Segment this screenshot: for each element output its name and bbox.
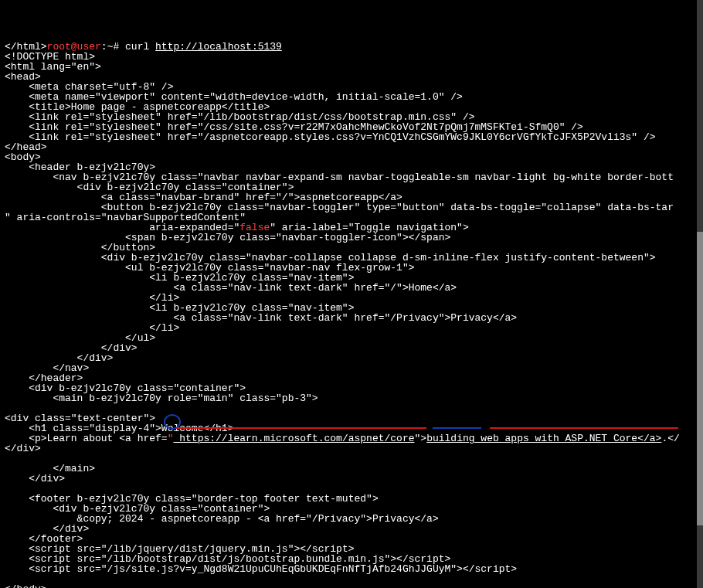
out-line: <main b-ezjv2lc70y role="main" class="pb… bbox=[5, 393, 318, 404]
prompt-sep: :~# bbox=[101, 41, 125, 53]
out-line: </div> bbox=[5, 443, 41, 454]
out-line: </body> bbox=[5, 583, 47, 588]
command-text: curl bbox=[125, 41, 155, 53]
out-line: <link rel="stylesheet" href="/aspnetcore… bbox=[5, 131, 656, 143]
out-line: "> bbox=[415, 433, 427, 444]
out-line: <script src="/js/site.js?v=y_Ngd8W21UpuC… bbox=[5, 563, 493, 575]
out-link-text: building web apps with ASP.NET Core</a> bbox=[426, 433, 661, 444]
out-url: https://learn.microsoft.com/aspnet/core bbox=[173, 433, 414, 444]
out-line: .</ bbox=[661, 433, 679, 444]
out-line: </div> bbox=[5, 473, 65, 484]
curl-url: http://localhost:5139 bbox=[155, 41, 282, 53]
scrollbar-thumb[interactable] bbox=[697, 232, 703, 525]
terminal-output[interactable]: </html>root@user:~# curl http://localhos… bbox=[0, 40, 703, 588]
